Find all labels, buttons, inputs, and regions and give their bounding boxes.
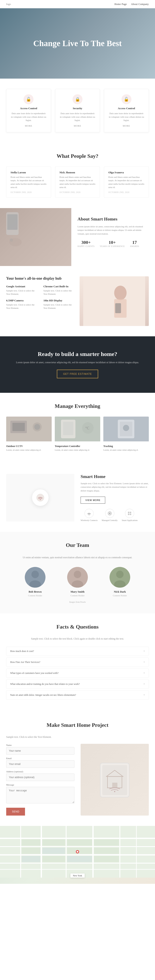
apps-svg [127,511,132,515]
about-section: About Smart Homes Lorem ipsum dolor sit … [0,208,155,266]
faq-item-2[interactable]: What types of customers have you worked … [6,668,149,678]
map-label: New York [71,873,85,878]
testimonial-name-1: Nick Jhonson [60,171,96,174]
smart-icon-label-0: Wirelessly Connects [81,519,98,522]
stat-number-0: 300+ [78,240,95,245]
smart-icon-label-2: Smart Applications [122,519,138,522]
team-section: Our Team Ut enim ad minim veniam, quis n… [0,532,155,613]
svg-rect-1 [7,214,17,230]
smart-icon-2: Smart Applications [122,509,138,522]
hub-image [79,276,149,326]
team-member-2: Nick Dark Content Holder [101,567,138,597]
about-image-inner [0,208,71,266]
stat-0: 300+ HAPPY CLIENTS [78,240,95,247]
name-input[interactable] [6,747,74,754]
hub-layout: Your home's all-in-one display hub Googl… [6,276,149,326]
feature-title-0: Access Control [11,107,47,110]
stat-label-1: YEARS OF EXPERIENCE [100,245,125,247]
hub-grid: Google Assistant Sample text. Click to s… [6,285,76,310]
map-svg [0,826,155,878]
email-input[interactable] [6,760,74,768]
address-input[interactable] [6,773,74,781]
hub-item-text-2: Sample text. Click to select the Text El… [6,303,38,310]
svg-point-3 [9,238,22,247]
team-role-2: Content Holder [101,594,138,597]
svg-rect-63 [22,848,40,854]
smart-device-visual [6,474,74,522]
manage-grid: Outdoor CCTV Lorem, sit amet conse ctetu… [6,417,149,453]
submit-button[interactable]: SEND [6,808,25,816]
hub-item-text-1: Sample text. Click to select the Text El… [43,289,76,296]
track-illustration [103,417,149,441]
smart-view-more-button[interactable]: VIEW MORE [81,496,105,504]
manage-card-text-1: Lorem, sit amet conse ctetur adipiscing … [55,449,100,452]
testimonial-text-1: Proin sed libero enim sed faucibus turpi… [60,175,96,189]
feature-title-2: Access Control [108,107,144,110]
smart-icon-1: Managed Centrally [102,509,118,522]
cctv-illustration [6,417,52,441]
faq-section: Facts & Questions Sample text. Click to … [0,614,155,712]
nav-about[interactable]: About Company [131,3,149,6]
feature-more-0[interactable]: MORE [11,124,47,127]
faq-item-4[interactable]: Nam sit amet nibh dolor. Integer iaculis… [6,690,149,700]
avatar-nick [109,567,130,588]
svg-point-23 [40,499,41,500]
feature-icon-2: 🔓 [122,94,131,104]
name-field: Name [6,744,74,754]
cta-button[interactable]: GET FREE ESTIMATE [57,370,98,378]
feature-icon-0: 🔓 [24,94,33,104]
svg-rect-45 [112,783,117,788]
manage-card-body-1: Temperature Controller Lorem, sit amet c… [55,441,100,453]
manage-card-text-0: Lorem, sit amet conse ctetur adipiscing … [6,449,52,452]
about-stats: 300+ HAPPY CLIENTS 10+ YEARS OF EXPERIEN… [78,240,149,247]
smart-layout: Smart Home Sample text. Click to select … [6,474,149,522]
stat-label-0: HAPPY CLIENTS [78,245,95,247]
svg-rect-62 [94,839,119,846]
address-field: Address (optional) [6,770,74,781]
contact-form: Name Email Address (optional) Message SE… [6,744,74,816]
svg-point-25 [109,513,110,514]
message-field: Message [6,783,74,804]
faq-item-0[interactable]: How much does it cost? + [6,647,149,656]
about-image [0,208,71,266]
hub-title: Your home's all-in-one display hub [6,276,76,281]
centrally-icon [105,509,114,518]
faq-chevron-1: + [144,661,145,664]
smart-icon-label-1: Managed Centrally [102,519,118,522]
stat-number-1: 10+ [100,240,125,245]
svg-rect-31 [130,514,131,515]
faq-item-3[interactable]: What education and/or training do you ha… [6,679,149,689]
svg-point-72 [77,851,78,853]
about-title: About Smart Homes [78,216,149,222]
hub-right [79,276,149,326]
svg-rect-68 [43,856,65,862]
manage-card-text-2: Lorem, sit amet conse ctetur adipiscing … [103,449,149,452]
nav-links: Home Page About Company [114,3,149,6]
message-textarea[interactable] [6,787,74,803]
team-name-0: Bob Brown [17,590,54,593]
testimonials-section: What People Say? Stella Larson Proin sed… [0,143,155,208]
feature-more-1[interactable]: MORE [60,124,96,127]
email-label: Email [6,757,74,759]
hub-item-label-1: Chrome Cast Built-In [43,285,76,288]
faq-item-1[interactable]: How Fine Are Their Services? + [6,657,149,667]
nav-home[interactable]: Home Page [114,3,127,6]
wireless-icon [84,509,93,518]
testimonial-name-0: Stella Larson [11,171,47,174]
features-section: 🔓 Access Control Duis aute irure dolor i… [0,79,155,143]
hub-item-label-3: 10in HD Display [43,299,76,302]
svg-rect-67 [22,856,40,862]
hub-item-label-0: Google Assistant [6,285,38,288]
testimonials-grid: Stella Larson Proin sed libero enim sed … [6,167,149,198]
stat-number-2: 17 [130,240,139,245]
manage-card-1: °C Temperature Controller Lorem, sit ame… [55,417,100,453]
svg-rect-70 [94,856,119,862]
feature-more-2[interactable]: MORE [108,124,144,127]
svg-point-36 [74,571,81,578]
faq-chevron-3: + [144,682,145,686]
svg-rect-64 [43,848,65,854]
testimonial-date-2: OCTOBER 2ND, 2020 [108,191,144,193]
smart-text: Sample text. Click to select the Text El… [81,482,149,493]
smart-content: Smart Home Sample text. Click to select … [81,474,149,522]
faq-subtitle: Sample text. Click to select the text bl… [6,637,149,640]
